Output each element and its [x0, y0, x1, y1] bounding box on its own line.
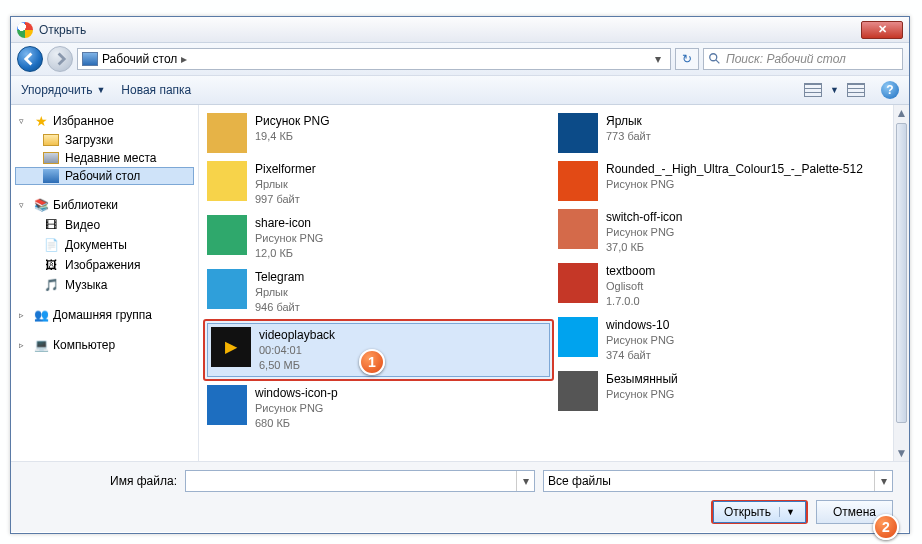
- filter-select[interactable]: Все файлы▾: [543, 470, 893, 492]
- file-sub: Рисунок PNG: [255, 401, 338, 416]
- file-thumb-icon: [207, 161, 247, 201]
- computer-icon: 💻: [33, 337, 49, 353]
- file-item[interactable]: share-iconРисунок PNG12,0 КБ: [203, 211, 554, 265]
- titlebar: Открыть ✕: [11, 17, 909, 43]
- file-sub: Рисунок PNG: [606, 333, 674, 348]
- file-size: 374 байт: [606, 348, 674, 363]
- file-name: windows-10: [606, 317, 674, 333]
- file-thumb-icon: [558, 263, 598, 303]
- filename-label: Имя файла:: [27, 474, 177, 488]
- file-size: 12,0 КБ: [255, 246, 323, 261]
- file-sub: Рисунок PNG: [606, 177, 863, 192]
- file-thumb-icon: ▶: [211, 327, 251, 367]
- split-dropdown-icon[interactable]: ▼: [779, 507, 795, 517]
- sidebar-item-images[interactable]: 🖼Изображения: [15, 255, 194, 275]
- file-sub: Рисунок PNG: [255, 231, 323, 246]
- file-name: Рисунок PNG: [255, 113, 330, 129]
- file-thumb-icon: [207, 215, 247, 255]
- folder-icon: [43, 152, 59, 164]
- sidebar-homegroup[interactable]: ▹👥Домашняя группа: [15, 305, 194, 325]
- file-thumb-icon: [558, 371, 598, 411]
- file-item[interactable]: Ярлык773 байт: [554, 109, 905, 157]
- breadcrumb-dropdown[interactable]: ▾: [650, 52, 666, 66]
- sidebar-item-recent[interactable]: Недавние места: [15, 149, 194, 167]
- open-dialog: Открыть ✕ Рабочий стол ▸ ▾ ↻ Поиск: Рабо…: [10, 16, 910, 534]
- star-icon: ★: [33, 113, 49, 129]
- file-sub: 00:04:01: [259, 343, 335, 358]
- music-icon: 🎵: [43, 277, 59, 293]
- file-item[interactable]: switch-off-iconРисунок PNG37,0 КБ: [554, 205, 905, 259]
- svg-line-1: [716, 60, 720, 64]
- sidebar-item-videos[interactable]: 🎞Видео: [15, 215, 194, 235]
- sidebar-item-downloads[interactable]: Загрузки: [15, 131, 194, 149]
- file-sub: Рисунок PNG: [606, 225, 682, 240]
- forward-button[interactable]: [47, 46, 73, 72]
- organize-button[interactable]: Упорядочить ▼: [21, 83, 105, 97]
- sidebar-item-desktop[interactable]: Рабочий стол: [15, 167, 194, 185]
- file-size: 1.7.0.0: [606, 294, 655, 309]
- folder-icon: [43, 134, 59, 146]
- bottom-bar: Имя файла: ▾ Все файлы▾ Открыть▼ Отмена …: [11, 461, 909, 532]
- scroll-down-icon[interactable]: ▼: [894, 445, 909, 461]
- sidebar-item-documents[interactable]: 📄Документы: [15, 235, 194, 255]
- file-sub: Ярлык: [255, 177, 316, 192]
- file-sub: Ярлык: [255, 285, 304, 300]
- desktop-icon: [82, 52, 98, 66]
- file-size: 997 байт: [255, 192, 316, 207]
- sidebar-libraries[interactable]: ▿📚Библиотеки: [15, 195, 194, 215]
- file-thumb-icon: [207, 385, 247, 425]
- file-sub: Рисунок PNG: [606, 387, 678, 402]
- chevron-down-icon[interactable]: ▾: [874, 471, 892, 491]
- search-input[interactable]: Поиск: Рабочий стол: [703, 48, 903, 70]
- file-thumb-icon: [558, 113, 598, 153]
- callout-1: 1: [359, 349, 385, 375]
- help-button[interactable]: ?: [881, 81, 899, 99]
- file-item[interactable]: БезымянныйРисунок PNG: [554, 367, 905, 415]
- svg-point-0: [710, 54, 717, 61]
- open-button[interactable]: Открыть▼: [711, 500, 808, 524]
- file-name: videoplayback: [259, 327, 335, 343]
- chevron-down-icon[interactable]: ▾: [516, 471, 534, 491]
- back-button[interactable]: [17, 46, 43, 72]
- refresh-button[interactable]: ↻: [675, 48, 699, 70]
- scroll-up-icon[interactable]: ▲: [894, 105, 909, 121]
- window-title: Открыть: [39, 23, 861, 37]
- file-item[interactable]: TelegramЯрлык946 байт: [203, 265, 554, 319]
- file-thumb-icon: [207, 113, 247, 153]
- new-folder-button[interactable]: Новая папка: [121, 83, 191, 97]
- chrome-icon: [17, 22, 33, 38]
- file-thumb-icon: [558, 161, 598, 201]
- file-size: 946 байт: [255, 300, 304, 315]
- view-switcher[interactable]: ▼: [804, 83, 865, 97]
- breadcrumb[interactable]: Рабочий стол ▸ ▾: [77, 48, 671, 70]
- file-size: 6,50 МБ: [259, 358, 335, 373]
- file-item[interactable]: windows-10Рисунок PNG374 байт: [554, 313, 905, 367]
- desktop-icon: [43, 169, 59, 183]
- file-item[interactable]: Рисунок PNG19,4 КБ: [203, 109, 554, 157]
- file-item[interactable]: PixelformerЯрлык997 байт: [203, 157, 554, 211]
- toolbar: Упорядочить ▼ Новая папка ▼ ?: [11, 75, 909, 105]
- sidebar: ▿★Избранное Загрузки Недавние места Рабо…: [11, 105, 199, 461]
- file-name: Rounded_-_High_Ultra_Colour15_-_Palette-…: [606, 161, 863, 177]
- file-pane: Рисунок PNG19,4 КБPixelformerЯрлык997 ба…: [199, 105, 909, 461]
- chevron-right-icon: ▸: [181, 52, 187, 66]
- file-item[interactable]: windows-icon-pРисунок PNG680 КБ: [203, 381, 554, 435]
- file-item[interactable]: textboomOglisoft1.7.0.0: [554, 259, 905, 313]
- sidebar-computer[interactable]: ▹💻Компьютер: [15, 335, 194, 355]
- file-name: share-icon: [255, 215, 323, 231]
- search-placeholder: Поиск: Рабочий стол: [726, 52, 846, 66]
- close-button[interactable]: ✕: [861, 21, 903, 39]
- file-size: 19,4 КБ: [255, 129, 330, 144]
- scrollbar[interactable]: ▲ ▼: [893, 105, 909, 461]
- scroll-thumb[interactable]: [896, 123, 907, 423]
- file-sub: Oglisoft: [606, 279, 655, 294]
- video-icon: 🎞: [43, 217, 59, 233]
- file-size: 37,0 КБ: [606, 240, 682, 255]
- file-item[interactable]: Rounded_-_High_Ultra_Colour15_-_Palette-…: [554, 157, 905, 205]
- filename-input[interactable]: ▾: [185, 470, 535, 492]
- sidebar-item-music[interactable]: 🎵Музыка: [15, 275, 194, 295]
- images-icon: 🖼: [43, 257, 59, 273]
- search-icon: [708, 52, 722, 66]
- file-size: 680 КБ: [255, 416, 338, 431]
- sidebar-favorites[interactable]: ▿★Избранное: [15, 111, 194, 131]
